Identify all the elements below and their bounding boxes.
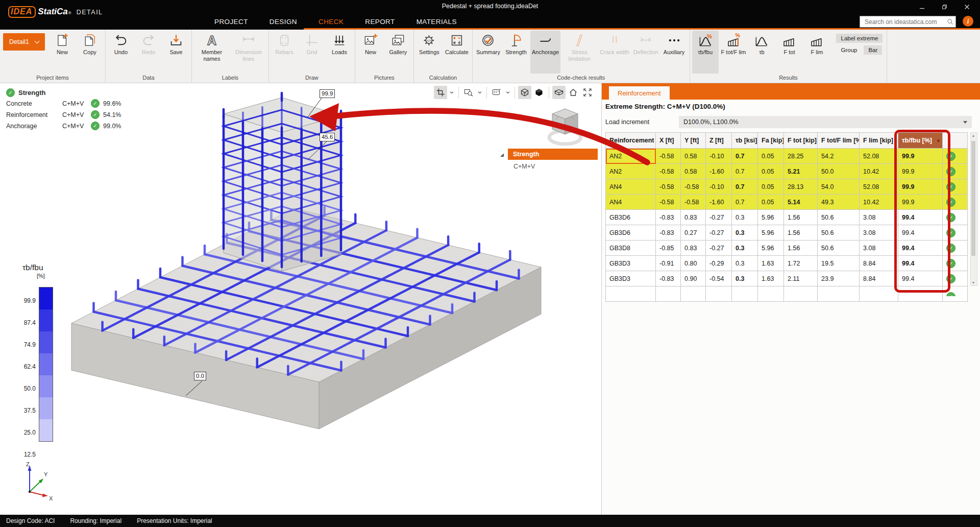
f-tot-button[interactable]: F tot (776, 31, 802, 74)
restore-button[interactable] (933, 0, 955, 13)
f-tot-f-lim-button[interactable]: %F tot/F lim (720, 31, 748, 74)
new-button[interactable]: New (357, 31, 384, 74)
menu-item-design[interactable]: DESIGN (270, 18, 297, 26)
scroll-up-icon[interactable]: ▲ (971, 134, 976, 137)
cell[interactable]: 99.4 (898, 256, 943, 271)
cell[interactable]: -0.58 (656, 149, 681, 164)
anchorage-button[interactable]: Anchorage (530, 31, 560, 74)
tree-collapse-icon[interactable]: ◢ (500, 152, 504, 157)
table-row[interactable]: AN4-0.58-0.58-0.100.70.0528.1354.052.089… (606, 179, 968, 195)
cell[interactable]: 50.6 (818, 225, 860, 241)
cell[interactable]: 3.08 (860, 241, 898, 256)
cell[interactable]: 99.9 (898, 164, 943, 179)
cell[interactable]: 0.3 (732, 256, 758, 271)
home-icon[interactable] (567, 86, 580, 99)
cell[interactable]: 99.9 (898, 195, 943, 210)
column-header-x-ft[interactable]: X [ft] (656, 133, 681, 149)
column-header-b-fbu[interactable]: τb/fbu [%]▼ (898, 133, 943, 149)
model-viewport[interactable]: ✓ Strength ConcreteC+M+V✓99.6%Reinforcem… (0, 83, 602, 515)
cell[interactable]: -0.27 (706, 225, 732, 241)
cell[interactable]: GB3D6 (606, 225, 656, 241)
cell[interactable]: 0.58 (681, 164, 706, 179)
cell[interactable]: 23.9 (818, 271, 860, 286)
detail1-button[interactable]: Detail1 (3, 33, 45, 51)
cell[interactable]: 0.83 (681, 210, 706, 225)
cell[interactable]: 52.08 (860, 149, 898, 164)
cell[interactable]: AN4 (606, 179, 656, 195)
table-row[interactable]: GB3D8-0.850.83-0.270.35.961.5650.63.0899… (606, 241, 968, 256)
cell[interactable]: -0.10 (706, 179, 732, 195)
cell[interactable]: 5.96 (758, 210, 784, 225)
menu-item-project[interactable]: PROJECT (214, 18, 248, 26)
info-button[interactable]: i (963, 16, 973, 27)
minimize-button[interactable] (911, 0, 933, 13)
load-increment-dropdown[interactable]: D100.0%, L100.0% (679, 116, 972, 128)
cell[interactable]: -1.60 (706, 164, 732, 179)
cell[interactable]: 99.4 (898, 210, 943, 225)
loads-button[interactable]: Loads (326, 31, 353, 74)
cell[interactable]: 0.80 (681, 256, 706, 271)
menu-item-check[interactable]: CHECK (318, 18, 344, 26)
cell[interactable]: GB3D6 (606, 210, 656, 225)
cell[interactable]: 0.83 (681, 241, 706, 256)
bar-toggle[interactable]: Bar (864, 45, 882, 55)
undo-button[interactable]: Undo (108, 31, 134, 74)
column-header-z-ft[interactable]: Z [ft] (706, 133, 732, 149)
table-row[interactable]: GB3D3-0.830.90-0.540.31.632.1123.98.8499… (606, 271, 968, 286)
cell[interactable]: 0.05 (758, 179, 784, 195)
cell[interactable]: 1.63 (758, 256, 784, 271)
cell[interactable]: 99.4 (898, 271, 943, 286)
cell[interactable]: -0.58 (656, 164, 681, 179)
cell[interactable]: 10.42 (860, 195, 898, 210)
b-button[interactable]: τb (748, 31, 775, 74)
gallery-button[interactable]: Gallery (385, 31, 411, 74)
solid-cube-icon[interactable] (532, 86, 546, 99)
tree-item-combination[interactable]: C+M+V (508, 160, 598, 170)
results-table[interactable]: ReinforcementX [ft]Y [ft]Z [ft]τb [ksi]F… (605, 132, 968, 302)
cell[interactable]: 1.63 (758, 271, 784, 286)
cell[interactable]: -0.58 (681, 179, 706, 195)
cell[interactable]: 0.27 (681, 225, 706, 241)
cell[interactable]: -0.91 (656, 256, 681, 271)
cell[interactable]: -0.83 (656, 225, 681, 241)
copy-button[interactable]: Copy (77, 31, 103, 74)
cell[interactable]: 8.84 (860, 271, 898, 286)
clipped-view-icon[interactable] (552, 86, 566, 99)
cell[interactable]: 5.96 (758, 225, 784, 241)
cell[interactable]: 54.2 (818, 149, 860, 164)
cell[interactable]: 99.4 (898, 225, 943, 241)
column-header-y-ft[interactable]: Y [ft] (681, 133, 706, 149)
cell[interactable]: -0.83 (656, 271, 681, 286)
cell[interactable]: 54.0 (818, 179, 860, 195)
cell[interactable]: 3.08 (860, 210, 898, 225)
cell[interactable]: 1.56 (784, 241, 818, 256)
close-button[interactable] (955, 0, 978, 13)
cell[interactable]: 0.7 (732, 195, 758, 210)
cell[interactable]: 0.7 (732, 164, 758, 179)
fit-view-icon[interactable] (581, 86, 594, 99)
column-header-f-lim-kip[interactable]: F lim [kip] (860, 133, 898, 149)
selection-zoom-icon[interactable] (462, 86, 475, 99)
cell[interactable]: AN4 (606, 195, 656, 210)
table-scrollbar[interactable]: ▲ ▼ (970, 132, 977, 286)
selection-zoom-chevron-down-icon[interactable] (476, 86, 483, 99)
cell[interactable]: 0.7 (732, 179, 758, 195)
cell[interactable]: 0.05 (758, 195, 784, 210)
table-row[interactable]: AN4-0.58-0.58-1.600.70.055.1449.310.4299… (606, 195, 968, 210)
cell[interactable]: -0.58 (656, 179, 681, 195)
settings-button[interactable]: </>Settings (416, 31, 443, 74)
new-button[interactable]: New (49, 31, 76, 74)
cell[interactable]: -0.54 (706, 271, 732, 286)
model-3d[interactable] (0, 83, 601, 515)
crop-chevron-down-icon[interactable] (448, 86, 455, 99)
cell[interactable]: 99.4 (898, 241, 943, 256)
cell[interactable]: 50.6 (818, 241, 860, 256)
b-fbu-button[interactable]: %τb/fbu (692, 31, 719, 74)
cell[interactable]: 1.72 (784, 256, 818, 271)
cell[interactable]: 5.21 (784, 164, 818, 179)
display-values-chevron-down-icon[interactable] (504, 86, 511, 99)
cell[interactable]: 10.42 (860, 164, 898, 179)
cell[interactable]: 99.9 (898, 179, 943, 195)
table-row[interactable]: AN2-0.580.58-0.100.70.0528.2554.252.0899… (606, 149, 968, 164)
label-extreme-toggle[interactable]: Label extreme (836, 34, 883, 43)
